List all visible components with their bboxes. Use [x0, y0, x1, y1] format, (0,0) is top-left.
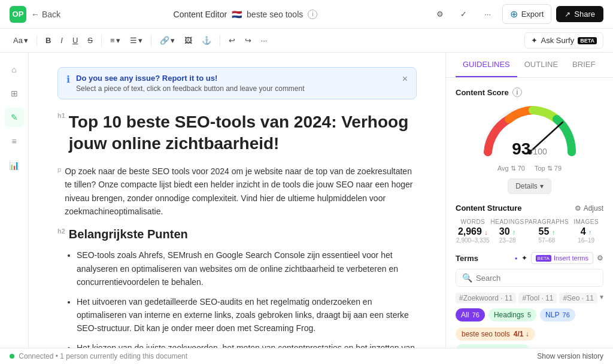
link-chevron-icon: ▾	[171, 36, 175, 45]
stat-range: 23–28	[490, 237, 525, 244]
info-banner: ℹ Do you see any issue? Report it to us!…	[57, 67, 417, 99]
terms-adjust-icon: ⚙	[597, 254, 603, 262]
image-icon: 🖼	[184, 36, 192, 45]
stat-label: WORDS	[456, 219, 490, 225]
redo-button[interactable]: ↪	[241, 34, 255, 47]
tab-brief[interactable]: BRIEF	[565, 53, 602, 77]
editor-toolbar: Aa ▾ B I U S ≡ ▾ ☰ ▾ 🔗 ▾ 🖼 ⚓ ↩ ↪ ··· ✦ A…	[0, 29, 613, 53]
adjust-icon: ⚙	[575, 204, 581, 213]
back-button[interactable]: ← Back	[31, 10, 60, 19]
align-chevron-icon: ▾	[116, 36, 120, 45]
insert-beta-badge: BETA	[536, 255, 551, 262]
stat-item: IMAGES 4 ↑ 16–19	[569, 219, 603, 244]
avg-label: Avg ⇅ 70	[497, 165, 525, 172]
sidebar-home-icon[interactable]: ⌂	[5, 60, 24, 79]
link-icon: 🔗	[160, 36, 169, 45]
ask-surfy-button[interactable]: ✦ Ask Surfy BETA	[524, 32, 603, 48]
tab-guidelines[interactable]: GUIDELINES	[456, 53, 517, 77]
banner-close-button[interactable]: ×	[402, 74, 408, 84]
editor-h1[interactable]: h1 Top 10 beste SEO-tools van 2024: Verh…	[57, 111, 417, 155]
editor-h2a[interactable]: h2 Belangrijkste Punten	[57, 228, 417, 241]
editor-paragraph-1[interactable]: p Op zoek naar de beste SEO tools voor 2…	[57, 165, 417, 219]
image-button[interactable]: 🖼	[181, 34, 196, 47]
stat-item: WORDS 2,969 ↓ 2,900–3,335	[456, 219, 490, 244]
sidebar-chart-icon[interactable]: 📊	[5, 156, 24, 175]
keyword-label: beste seo tools	[247, 10, 303, 19]
bold-button[interactable]: B	[42, 34, 54, 47]
contentprestaties-link[interactable]: contentprestaties	[278, 343, 342, 348]
terms-tab[interactable]: All 76	[456, 308, 485, 321]
content-structure-title: Content Structure	[456, 204, 522, 213]
footer-left: Connected • 1 person currently editing t…	[10, 352, 187, 360]
score-info-icon[interactable]: i	[512, 87, 522, 97]
terms-adjust-button[interactable]: ⚙	[597, 254, 603, 262]
align-icon: ≡	[110, 36, 115, 45]
p1-marker: p	[57, 165, 61, 175]
flag-icon: 🇳🇱	[232, 10, 242, 19]
terms-search-box[interactable]: 🔍	[456, 269, 603, 287]
connected-dot	[10, 354, 14, 359]
terms-search-input[interactable]	[476, 274, 597, 283]
stat-label: IMAGES	[569, 219, 603, 225]
export-label: Export	[521, 10, 544, 19]
score-denom: /100	[530, 147, 547, 156]
info-icon[interactable]: i	[308, 10, 317, 19]
tab-outline[interactable]: OUTLINE	[517, 53, 565, 77]
score-avg: Avg ⇅ 70 Top ⇅ 79	[456, 165, 603, 172]
undo-button[interactable]: ↩	[225, 34, 239, 47]
terms-tabs-row: All 76Headings 5NLP 76	[456, 308, 603, 321]
stat-range: 57–68	[525, 237, 569, 244]
topbar: OP ← Back Content Editor 🇳🇱 beste seo to…	[0, 0, 613, 29]
toolbar-separator-4	[220, 35, 220, 47]
h1-text: Top 10 beste SEO-tools van 2024: Verhoog…	[69, 111, 417, 155]
editor-area[interactable]: ℹ Do you see any issue? Report it to us!…	[29, 53, 445, 348]
dot-icon: ●	[515, 256, 518, 261]
share-button[interactable]: ↗ Share	[556, 6, 603, 22]
insert-terms-button[interactable]: BETA Insert terms	[531, 252, 593, 264]
share-icon: ↗	[565, 10, 570, 19]
details-button[interactable]: Details ▾	[508, 178, 551, 194]
more-options-button[interactable]: ···	[478, 5, 497, 24]
back-arrow-icon: ←	[31, 10, 40, 19]
check-button[interactable]: ✓	[454, 5, 474, 24]
list-item: Het kiezen van de juiste zoekwoorden, he…	[77, 341, 417, 348]
italic-button[interactable]: I	[57, 34, 66, 47]
terms-tab[interactable]: Headings 5	[488, 308, 536, 321]
font-size-button[interactable]: Aa ▾	[10, 34, 32, 47]
stat-label: HEADINGS	[490, 219, 525, 225]
more-toolbar-button[interactable]: ···	[257, 34, 271, 47]
sparkle-icon: ✦	[521, 254, 527, 262]
export-button[interactable]: ⊕ Export	[502, 4, 552, 24]
keyword-chip[interactable]: beste seo tools4/1 ↓	[456, 327, 535, 341]
chip-count: 4/1 ↓	[514, 330, 529, 338]
editor-footer: Connected • 1 person currently editing t…	[0, 348, 613, 364]
strikethrough-button[interactable]: S	[84, 34, 96, 47]
terms-title: Terms	[456, 254, 478, 263]
term-tag: #Tool · 11	[518, 293, 557, 304]
sidebar-grid-icon[interactable]: ⊞	[5, 84, 24, 103]
stat-range: 2,900–3,335	[456, 237, 490, 244]
settings-button[interactable]: ⚙	[430, 5, 450, 24]
adjust-button[interactable]: ⚙ Adjust	[575, 204, 603, 213]
anchor-button[interactable]: ⚓	[198, 34, 215, 47]
content-score-section: Content Score i	[456, 87, 603, 194]
details-chevron-icon: ▾	[540, 182, 544, 190]
align-button[interactable]: ≡ ▾	[107, 34, 124, 47]
underline-button[interactable]: U	[69, 34, 81, 47]
term-overflow-icon[interactable]: ▾	[600, 293, 603, 304]
sidebar-edit-icon[interactable]: ✎	[5, 108, 24, 127]
link-button[interactable]: 🔗 ▾	[156, 34, 178, 47]
ask-surfy-label: Ask Surfy	[541, 36, 575, 45]
bullet3-text: Het kiezen van de juiste zoekwoorden, he…	[77, 343, 278, 348]
share-label: Share	[574, 10, 595, 19]
sidebar-list-icon[interactable]: ≡	[5, 132, 24, 151]
left-sidebar: ⌂ ⊞ ✎ ≡ 📊	[0, 53, 29, 348]
list-chevron-icon: ▾	[138, 36, 142, 45]
show-history-button[interactable]: Show version history	[537, 352, 603, 360]
terms-tab[interactable]: NLP 76	[540, 308, 575, 321]
list-item: SEO-tools zoals Ahrefs, SEMrush en Googl…	[77, 248, 417, 289]
main-layout: ⌂ ⊞ ✎ ≡ 📊 ℹ Do you see any issue? Report…	[0, 53, 613, 348]
terms-header: Terms ● ✦ BETA Insert terms ⚙	[456, 252, 603, 264]
content-structure-section: Content Structure ⚙ Adjust WORDS 2,969 ↓…	[456, 204, 603, 244]
list-button[interactable]: ☰ ▾	[126, 34, 146, 47]
